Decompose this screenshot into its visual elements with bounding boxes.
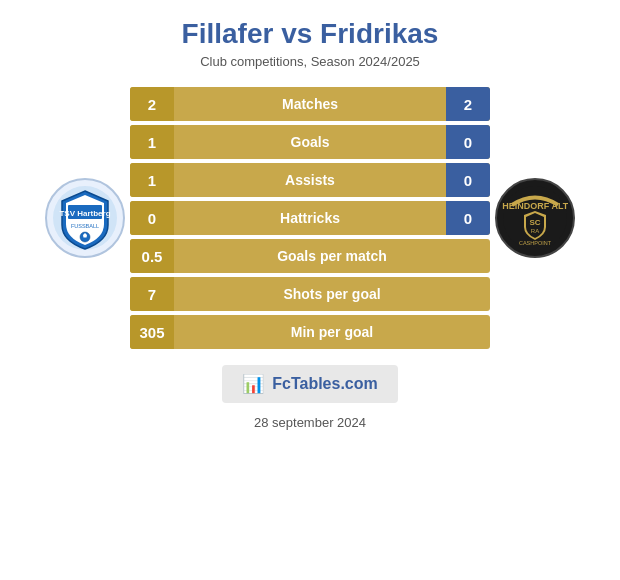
stat-value-left: 1 [130,163,174,197]
svg-text:TSV Hartberg: TSV Hartberg [59,209,110,218]
stat-label: Assists [174,172,446,188]
stat-value-left: 7 [130,277,174,311]
date-label: 28 september 2024 [254,415,366,430]
stat-label: Goals [174,134,446,150]
team-logo-right-circle: RHEINDORF ALTE SC RA CASHPOINT [495,178,575,258]
stat-value-right: 2 [446,87,490,121]
stat-label: Shots per goal [174,286,490,302]
stats-table: 2Matches21Goals01Assists00Hattricks00.5G… [130,87,490,349]
stat-label: Min per goal [174,324,490,340]
page-title: Fillafer vs Fridrikas [182,18,439,50]
svg-text:RHEINDORF ALTE: RHEINDORF ALTE [502,201,568,211]
svg-text:FUSSBALL: FUSSBALL [71,223,99,229]
stat-value-left: 2 [130,87,174,121]
stat-value-left: 0 [130,201,174,235]
stat-row: 2Matches2 [130,87,490,121]
stat-row: 0Hattricks0 [130,201,490,235]
page-wrapper: Fillafer vs Fridrikas Club competitions,… [0,0,620,580]
main-content: TSV Hartberg FUSSBALL 2Matches21Goals01A… [10,87,610,349]
stat-label: Hattricks [174,210,446,226]
fctables-text: FcTables.com [272,375,378,393]
stat-row: 1Assists0 [130,163,490,197]
stat-row: 7Shots per goal [130,277,490,311]
team-logo-right: RHEINDORF ALTE SC RA CASHPOINT [490,178,580,258]
fctables-logo: 📊 FcTables.com [222,365,398,403]
stat-value-left: 0.5 [130,239,174,273]
stat-row: 1Goals0 [130,125,490,159]
stat-value-right: 0 [446,163,490,197]
subtitle: Club competitions, Season 2024/2025 [200,54,420,69]
svg-text:SC: SC [529,218,540,227]
stat-value-right: 0 [446,201,490,235]
stat-row: 305Min per goal [130,315,490,349]
stat-value-left: 1 [130,125,174,159]
stat-value-left: 305 [130,315,174,349]
team-logo-left-circle: TSV Hartberg FUSSBALL [45,178,125,258]
team-logo-left: TSV Hartberg FUSSBALL [40,178,130,258]
stat-label: Goals per match [174,248,490,264]
svg-text:CASHPOINT: CASHPOINT [519,240,552,246]
svg-text:RA: RA [531,228,539,234]
fctables-icon: 📊 [242,373,264,395]
stat-row: 0.5Goals per match [130,239,490,273]
stat-label: Matches [174,96,446,112]
stat-value-right: 0 [446,125,490,159]
